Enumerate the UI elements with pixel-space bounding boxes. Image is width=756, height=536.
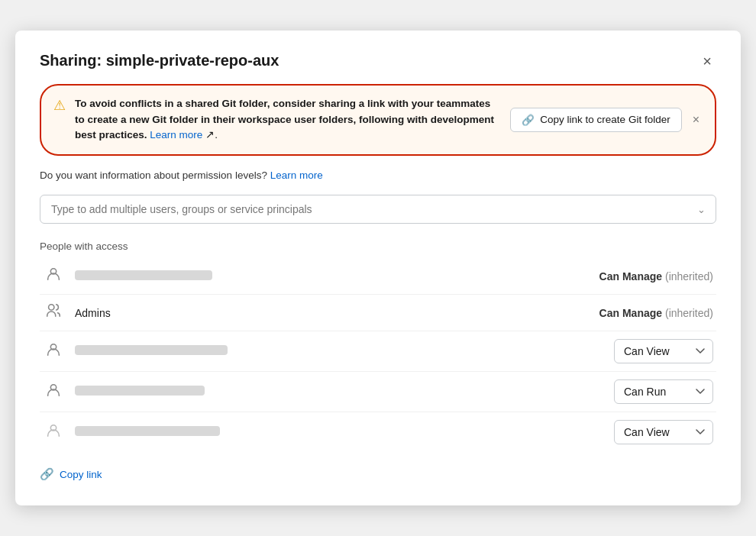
person-right: Can Manage (inherited) xyxy=(599,307,713,319)
redacted-name-bar xyxy=(75,426,220,436)
person-left xyxy=(43,266,212,286)
permission-info: Do you want information about permission… xyxy=(40,170,716,181)
modal-header: Sharing: simple-private-repo-aux × xyxy=(40,52,716,70)
copy-link-icon: 🔗 xyxy=(522,114,535,126)
permission-learn-more-link[interactable]: Learn more xyxy=(270,170,323,181)
svg-point-1 xyxy=(49,305,54,310)
copy-link-button[interactable]: 🔗 Copy link xyxy=(40,467,716,481)
redacted-name-bar xyxy=(75,345,228,355)
warning-banner-right: 🔗 Copy link to create Git folder × xyxy=(510,108,703,132)
person-right: Can ViewCan EditCan RunCan ManageNo Acce… xyxy=(614,420,713,444)
person-right: Can ViewCan EditCan RunCan ManageNo Acce… xyxy=(614,379,713,404)
person-row: Can ViewCan EditCan RunCan ManageNo Acce… xyxy=(40,372,716,412)
person-right: Can Manage (inherited) xyxy=(599,270,713,283)
person-row: AdminsCan Manage (inherited) xyxy=(40,295,716,331)
person-name: Admins xyxy=(75,307,111,319)
person-outline-icon xyxy=(43,422,64,443)
permission-info-text: Do you want information about permission… xyxy=(40,170,267,181)
person-right: Can ViewCan EditCan RunCan ManageNo Acce… xyxy=(614,339,713,363)
person-row: Can ViewCan EditCan RunCan ManageNo Acce… xyxy=(40,412,716,452)
close-button[interactable]: × xyxy=(698,52,716,70)
warning-banner: ⚠ To avoid conflicts in a shared Git fol… xyxy=(40,84,716,157)
person-name xyxy=(75,270,212,283)
permission-select[interactable]: Can ViewCan EditCan RunCan ManageNo Acce… xyxy=(614,420,713,444)
person-left: Admins xyxy=(43,302,111,323)
warning-bold-text: To avoid conflicts in a shared Git folde… xyxy=(75,98,494,141)
person-icon xyxy=(43,266,64,286)
person-name xyxy=(75,426,220,438)
redacted-name-bar xyxy=(75,270,212,280)
warning-learn-more-link[interactable]: Learn more xyxy=(150,129,202,140)
warning-text: To avoid conflicts in a shared Git folde… xyxy=(75,96,498,144)
warning-icon: ⚠ xyxy=(53,97,66,114)
people-list: Can Manage (inherited)AdminsCan Manage (… xyxy=(40,258,716,452)
permission-text: Can Manage (inherited) xyxy=(599,307,713,319)
modal-title: Sharing: simple-private-repo-aux xyxy=(40,52,279,69)
person-row: Can ViewCan EditCan RunCan ManageNo Acce… xyxy=(40,331,716,372)
search-input-wrap: ⌄ xyxy=(40,195,716,224)
copy-link-to-git-button[interactable]: 🔗 Copy link to create Git folder xyxy=(510,108,681,132)
copy-link-footer-label: Copy link xyxy=(60,469,102,480)
person-name xyxy=(75,386,205,398)
person-left xyxy=(43,422,220,443)
banner-close-button[interactable]: × xyxy=(690,111,703,128)
person-left xyxy=(43,382,205,402)
person-icon xyxy=(43,341,64,362)
copy-link-to-git-label: Copy link to create Git folder xyxy=(540,114,670,125)
inherited-label: (inherited) xyxy=(662,307,713,319)
warning-banner-left: ⚠ To avoid conflicts in a shared Git fol… xyxy=(53,96,498,144)
inherited-label: (inherited) xyxy=(662,270,713,283)
copy-link-footer-icon: 🔗 xyxy=(40,467,54,481)
permission-text: Can Manage (inherited) xyxy=(599,270,713,283)
redacted-name-bar xyxy=(75,386,205,396)
person-row: Can Manage (inherited) xyxy=(40,258,716,295)
permission-select[interactable]: Can ViewCan EditCan RunCan ManageNo Acce… xyxy=(614,339,713,363)
person-name xyxy=(75,345,228,357)
warning-external-icon: ↗ xyxy=(202,129,215,140)
sharing-modal: Sharing: simple-private-repo-aux × ⚠ To … xyxy=(15,31,741,506)
search-input[interactable] xyxy=(40,195,716,224)
group-icon xyxy=(43,302,64,323)
people-with-access-label: People with access xyxy=(40,241,716,252)
person-icon xyxy=(43,382,64,402)
permission-select[interactable]: Can ViewCan EditCan RunCan ManageNo Acce… xyxy=(614,379,713,404)
person-left xyxy=(43,341,228,362)
